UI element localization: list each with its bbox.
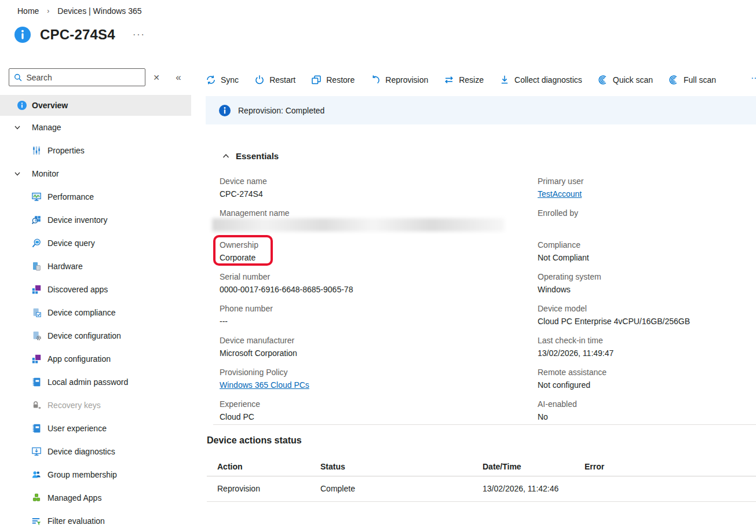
sidebar-item-device-diagnostics[interactable]: Device diagnostics [0,440,191,463]
field-label: Enrolled by [538,207,756,219]
scan-icon [669,75,679,85]
full-scan-button[interactable]: Full scan [669,75,716,85]
chevron-up-icon [222,152,230,160]
sliders-icon [32,146,41,155]
sidebar-item-managed-apps[interactable]: Managed Apps [0,486,191,509]
sidebar-item-label: Local admin password [48,377,128,387]
sidebar-group-monitor[interactable]: Monitor [0,162,191,185]
breadcrumb-current: Devices | Windows 365 [57,6,141,16]
field-label: Phone number [220,302,474,315]
query-magnifier-icon [32,239,41,248]
field-compliance: Compliance Not Compliant [538,239,756,264]
field-enrolled-by: Enrolled by [538,207,756,219]
hardware-devices-icon [32,262,41,271]
sidebar-item-label: Managed Apps [48,493,101,502]
toolbar-label: Quick scan [613,75,653,85]
collect-diagnostics-button[interactable]: Collect diagnostics [499,75,582,85]
notebook-icon [32,377,41,387]
sidebar-item-label: Device inventory [48,215,108,225]
sidebar-item-hardware[interactable]: Hardware [0,255,191,278]
resize-arrows-icon [444,75,454,85]
apps-squares-icon [32,354,41,364]
field-value: Microsoft Corporation [220,347,474,359]
sidebar-collapse-button[interactable]: « [167,72,189,83]
essentials-toggle[interactable]: Essentials [222,151,279,161]
reprovision-button[interactable]: Reprovision [370,75,428,85]
sidebar-item-properties[interactable]: Properties [0,139,191,162]
device-checkmark-icon [32,308,41,317]
toolbar-label: Restart [269,75,295,85]
field-experience: Experience Cloud PC [220,398,474,423]
sidebar: ✕ « Overview Manage [0,68,191,532]
field-label: Device model [538,302,756,315]
lock-arrow-icon [32,401,41,410]
sidebar-item-label: Device configuration [48,331,121,340]
page-header: CPC-274S4 ··· [14,27,145,43]
search-clear-button[interactable]: ✕ [145,73,167,82]
sidebar-item-label: Hardware [48,262,83,271]
search-icon [14,73,22,82]
sidebar-item-app-configuration[interactable]: App configuration [0,347,191,370]
apps-squares-icon [32,285,41,294]
primary-user-link[interactable]: TestAccount [538,188,756,200]
sidebar-item-label: User experience [48,424,107,433]
sidebar-item-device-compliance[interactable]: Device compliance [0,301,191,324]
table-header-row: Action Status Date/Time Error [207,457,756,476]
provisioning-policy-link[interactable]: Windows 365 Cloud PCs [220,379,474,391]
column-header-datetime: Date/Time [483,457,585,476]
restart-button[interactable]: Restart [254,75,295,85]
breadcrumb: Home › Devices | Windows 365 [17,6,142,16]
sidebar-item-device-query[interactable]: Device query [0,232,191,255]
people-icon [32,470,41,479]
sidebar-item-group-membership[interactable]: Group membership [0,463,191,486]
redacted-value-bar [212,218,505,232]
restore-button[interactable]: Restore [311,75,355,85]
breadcrumb-home-link[interactable]: Home [17,6,39,16]
more-options-button[interactable]: ··· [133,30,145,40]
quick-scan-button[interactable]: Quick scan [598,75,653,85]
page-title: CPC-274S4 [40,27,115,43]
field-value: Cloud PC Enterprise 4vCPU/16GB/256GB [538,315,756,328]
field-label: Serial number [220,270,474,283]
device-actions-table: Action Status Date/Time Error Reprovisio… [207,457,756,502]
search-input[interactable] [26,73,140,82]
toolbar-label: Full scan [684,75,716,85]
sidebar-item-user-experience[interactable]: User experience [0,417,191,440]
sidebar-item-performance[interactable]: Performance [0,185,191,208]
chevron-down-icon [14,170,21,177]
sidebar-item-local-admin-password[interactable]: Local admin password [0,370,191,394]
sidebar-group-manage[interactable]: Manage [0,116,191,139]
toolbar-label: Collect diagnostics [514,75,582,85]
essentials-title: Essentials [236,151,279,161]
field-device-model: Device model Cloud PC Enterprise 4vCPU/1… [538,302,756,328]
status-banner: Reprovision: Completed [206,96,756,124]
sync-button[interactable]: Sync [206,75,239,85]
field-label: Management name [220,207,474,219]
cell-datetime: 13/02/2026, 11:42:46 [483,476,585,501]
banner-text: Reprovision: Completed [238,106,324,115]
sidebar-item-filter-evaluation[interactable]: Filter evaluation [0,509,191,532]
sidebar-search[interactable] [9,68,145,86]
field-label: Last check-in time [538,334,756,347]
sidebar-item-overview[interactable]: Overview [0,95,191,116]
sync-icon [206,75,216,85]
field-label: Primary user [538,175,756,188]
field-ai-enabled: AI-enabled No [538,398,756,423]
sidebar-item-label: Recovery keys [48,401,101,410]
table-row[interactable]: Reprovision Complete 13/02/2026, 11:42:4… [207,476,756,501]
sidebar-item-discovered-apps[interactable]: Discovered apps [0,278,191,301]
sidebar-nav: Overview Manage Properties Monitor [0,95,191,532]
field-phone-number: Phone number --- [220,302,474,328]
undo-arrow-icon [370,75,381,85]
cubes-icon [32,493,41,502]
sidebar-item-label: Overview [32,101,68,110]
field-remote-assistance: Remote assistance Not configured [538,366,756,391]
sidebar-item-device-inventory[interactable]: Device inventory [0,208,191,232]
resize-button[interactable]: Resize [444,75,484,85]
field-label: Compliance [538,239,756,251]
toolbar-label: Resize [459,75,484,85]
sidebar-item-device-configuration[interactable]: Device configuration [0,324,191,347]
sidebar-item-label: Filter evaluation [48,516,105,526]
toolbar-label: Restore [326,75,355,85]
toolbar-overflow-button[interactable]: ⋯ [751,73,756,83]
